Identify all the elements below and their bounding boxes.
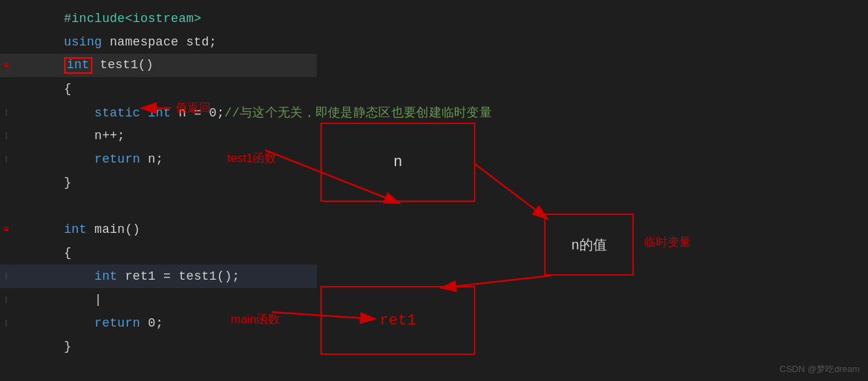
line-gutter-10: ≡ [0,224,12,235]
nval-box-text: n的值 [571,236,606,254]
line-gutter-12: | [0,272,12,280]
ret1-box: ret1 [320,286,475,355]
code-token: n; [141,152,163,166]
code-token: 0; [141,316,163,330]
ret1-box-text: ret1 [380,312,416,329]
line-gutter-3: ≡ [0,60,12,71]
n-box: n [320,123,475,202]
code-token: int [148,106,171,120]
code-token [141,106,148,120]
n-box-text: n [393,154,402,171]
n-to-nval-arrow [474,163,548,219]
code-token: test1() [92,58,154,72]
csdn-watermark: CSDN @梦吃dream [780,363,860,375]
line-gutter-13: | [0,296,12,304]
code-token: ret1 = test1(); [117,269,240,283]
test1-label: test1函数 [227,150,276,166]
code-token: main() [87,223,141,236]
return-annotation: 值返回 [176,100,211,116]
code-token: return [94,152,141,166]
nval-box: n的值 [544,214,634,276]
code-token: } [64,340,72,353]
line-gutter-5: | [0,108,12,116]
line-gutter-14: | [0,319,12,327]
tmp-label: 临时变量 [644,234,691,250]
main-label: main函数 [231,311,280,327]
line-gutter-6: | [0,132,12,140]
code-token: //与这个无关，即使是静态区也要创建临时变量 [225,106,492,120]
line-gutter-7: | [0,155,12,163]
code-editor: #include<iostream> using namespace std; … [0,0,317,365]
code-token: return [94,316,141,330]
code-token: } [64,176,72,189]
